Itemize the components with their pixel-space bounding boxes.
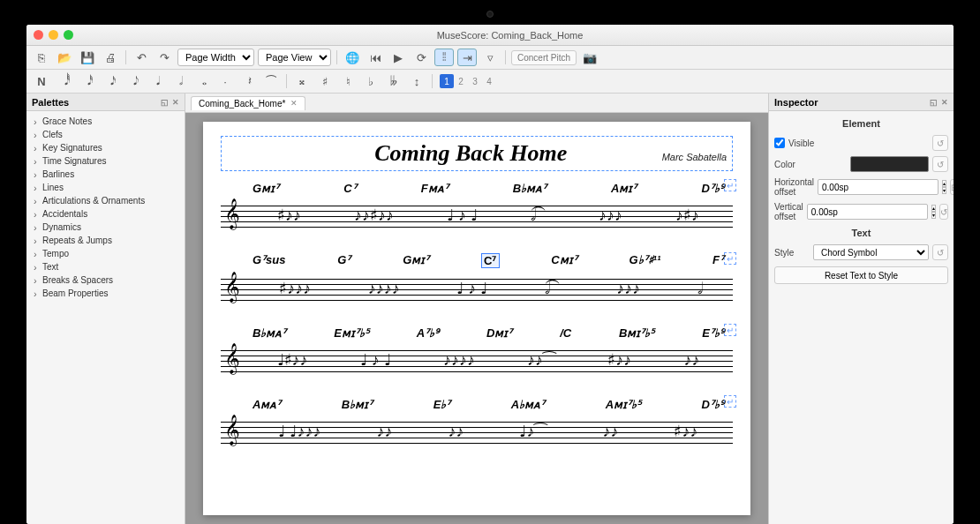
undo-icon[interactable]: ↶ — [132, 49, 151, 66]
system-break-icon[interactable]: ↵ — [724, 324, 736, 336]
spinner[interactable]: ▴▾ — [942, 180, 946, 194]
duration-dot-icon[interactable]: · — [215, 72, 235, 90]
reset-icon[interactable]: ⊞ — [950, 179, 954, 195]
chord-symbol[interactable]: Aᴍɪ⁷♭⁵ — [606, 398, 641, 411]
chord-symbol[interactable]: E⁷♭⁹ — [702, 326, 724, 340]
image-capture-icon[interactable]: 📷 — [580, 49, 599, 66]
loop-icon[interactable]: ⟳ — [411, 49, 431, 66]
chord-symbol[interactable]: A♭ᴍᴀ⁷ — [511, 398, 545, 411]
chord-symbol[interactable]: B♭ᴍɪ⁷ — [342, 398, 373, 411]
duration-8th-icon[interactable]: 𝅘𝅥𝅮 — [124, 72, 143, 90]
chord-symbol[interactable]: A⁷♭⁹ — [417, 326, 439, 340]
staff[interactable]: ↵ 𝄞 ♯♪♪♪♪♯♪♪♩ ♪ ♩𝅗𝅥⁀♪♪♪♪♯♪ — [221, 197, 733, 234]
close-tab-icon[interactable]: ✕ — [290, 99, 298, 108]
v-offset-input[interactable] — [807, 204, 928, 220]
staff[interactable]: ↵ 𝄞 ♯♪♪♪♪♪♪♪♩ ♪ ♩𝅗𝅥⁀♪♪♪𝅗𝅥 — [221, 270, 733, 307]
duration-quarter-icon[interactable]: 𝅘𝅥 — [147, 72, 166, 90]
close-panel-icon[interactable]: ✕ — [941, 98, 948, 107]
double-flat-icon[interactable]: 𝄫 — [384, 72, 403, 90]
concert-pitch-button[interactable]: Concert Pitch — [511, 50, 577, 65]
song-title[interactable]: Coming Back Home — [280, 140, 662, 167]
note-input-mode-icon[interactable]: N — [32, 72, 51, 90]
palette-item[interactable]: Key Signatures — [26, 141, 185, 154]
chord-symbol[interactable]: /C — [560, 326, 571, 340]
palette-item[interactable]: Repeats & Jumps — [26, 234, 185, 247]
chord-symbol[interactable]: B♭ᴍᴀ⁷ — [513, 182, 547, 195]
undock-icon[interactable]: ◱ — [161, 98, 169, 107]
rewind-icon[interactable]: ⏮ — [366, 49, 385, 66]
play-repeats-icon[interactable]: ⦙⦙ — [434, 49, 454, 66]
tie-icon[interactable]: ⁀ — [261, 72, 281, 90]
spinner[interactable]: ▴▾ — [931, 205, 936, 219]
voice-3-button[interactable]: 3 — [468, 74, 482, 88]
chord-symbol[interactable]: D⁷♭⁹ — [702, 398, 724, 411]
chord-symbol[interactable]: D⁷♭⁹ — [702, 182, 724, 195]
score-page[interactable]: Coming Back Home Marc Sabatella Gᴍɪ⁷ C⁷ … — [203, 122, 750, 515]
chord-symbol-selected[interactable]: C⁷ — [481, 253, 499, 268]
palette-item[interactable]: Breaks & Spacers — [26, 273, 185, 287]
chord-symbol[interactable]: Aᴍɪ⁷ — [611, 182, 637, 195]
natural-icon[interactable]: ♮ — [338, 72, 358, 90]
minimize-window-icon[interactable] — [49, 30, 58, 40]
voice-4-button[interactable]: 4 — [482, 74, 496, 88]
composer-text[interactable]: Marc Sabatella — [662, 152, 727, 162]
reset-icon[interactable]: ↺ — [932, 135, 948, 151]
close-panel-icon[interactable]: ✕ — [172, 98, 179, 107]
chord-symbol[interactable]: Aᴍᴀ⁷ — [253, 398, 281, 411]
text-style-select[interactable]: Chord Symbol — [813, 244, 929, 260]
document-tab[interactable]: Coming_Back_Home* ✕ — [191, 96, 305, 110]
duration-16th-icon[interactable]: 𝅘𝅥𝅯 — [101, 72, 120, 90]
palette-item[interactable]: Time Signatures — [26, 154, 185, 168]
palette-item[interactable]: Clefs — [26, 128, 185, 141]
view-mode-select[interactable]: Page View — [258, 49, 331, 66]
palette-item[interactable]: Tempo — [26, 247, 185, 260]
chord-symbol[interactable]: C⁷ — [343, 182, 356, 195]
zoom-select[interactable]: Page Width — [177, 49, 254, 66]
chord-symbol[interactable]: Gᴍɪ⁷ — [253, 182, 279, 195]
chord-symbol[interactable]: Bᴍɪ⁷♭⁵ — [619, 326, 654, 340]
voice-2-button[interactable]: 2 — [454, 74, 468, 88]
print-icon[interactable]: 🖨 — [101, 49, 120, 66]
chord-symbol[interactable]: Gᴍɪ⁷ — [403, 253, 429, 268]
staff[interactable]: ↵ 𝄞 ♩ ♩♪♪♪♪♪♪♪♩♪⁀♪♪♯♪♪ — [221, 413, 733, 450]
maximize-window-icon[interactable] — [64, 30, 73, 40]
chord-symbol[interactable]: G⁷sus — [253, 253, 286, 268]
chord-symbol[interactable]: G♭⁷♯¹¹ — [629, 253, 660, 268]
reset-icon[interactable]: ↺ — [932, 244, 948, 260]
palette-item[interactable]: Barlines — [26, 168, 185, 181]
staff[interactable]: ↵ 𝄞 ♩♯♪♪♩ ♪ ♩♪♪♪♪♪♪⁀♯♪♪♪♪ — [221, 341, 733, 378]
chord-symbol[interactable]: Fᴍᴀ⁷ — [421, 182, 449, 195]
palette-item[interactable]: Articulations & Ornaments — [26, 194, 185, 207]
reset-icon[interactable]: ↺ — [932, 156, 948, 172]
palette-item[interactable]: Lines — [26, 181, 185, 194]
pan-icon[interactable]: ⇥ — [457, 49, 477, 66]
chord-symbol[interactable]: B♭ᴍᴀ⁷ — [253, 326, 286, 340]
play-icon[interactable]: ▶ — [388, 49, 408, 66]
midi-input-icon[interactable]: 🌐 — [343, 49, 362, 66]
system-break-icon[interactable]: ↵ — [724, 179, 736, 191]
reset-text-to-style-button[interactable]: Reset Text to Style — [774, 266, 948, 284]
duration-64th-icon[interactable]: 𝅘𝅥𝅱 — [55, 72, 74, 90]
page-viewport[interactable]: Coming Back Home Marc Sabatella Gᴍɪ⁷ C⁷ … — [185, 113, 768, 524]
chord-symbol[interactable]: G⁷ — [337, 253, 351, 268]
system-break-icon[interactable]: ↵ — [724, 252, 736, 265]
flip-direction-icon[interactable]: ↕ — [407, 72, 426, 90]
undock-icon[interactable]: ◱ — [930, 98, 938, 107]
double-sharp-icon[interactable]: 𝄪 — [292, 72, 312, 90]
palette-item[interactable]: Text — [26, 260, 185, 273]
palette-item[interactable]: Grace Notes — [26, 115, 185, 128]
palette-item[interactable]: Dynamics — [26, 221, 185, 234]
voice-1-button[interactable]: 1 — [440, 74, 454, 88]
flat-icon[interactable]: ♭ — [361, 72, 381, 90]
new-file-icon[interactable]: ⎘ — [32, 49, 51, 66]
metronome-icon[interactable]: ▿ — [480, 49, 500, 66]
duration-half-icon[interactable]: 𝅗𝅥 — [170, 72, 189, 90]
duration-32nd-icon[interactable]: 𝅘𝅥𝅰 — [78, 72, 97, 90]
open-file-icon[interactable]: 📂 — [55, 49, 74, 66]
close-window-icon[interactable] — [34, 30, 43, 40]
sharp-icon[interactable]: ♯ — [315, 72, 335, 90]
visible-checkbox[interactable] — [774, 138, 785, 148]
palette-item[interactable]: Accidentals — [26, 207, 185, 221]
color-picker[interactable] — [850, 156, 929, 172]
save-file-icon[interactable]: 💾 — [78, 49, 97, 66]
